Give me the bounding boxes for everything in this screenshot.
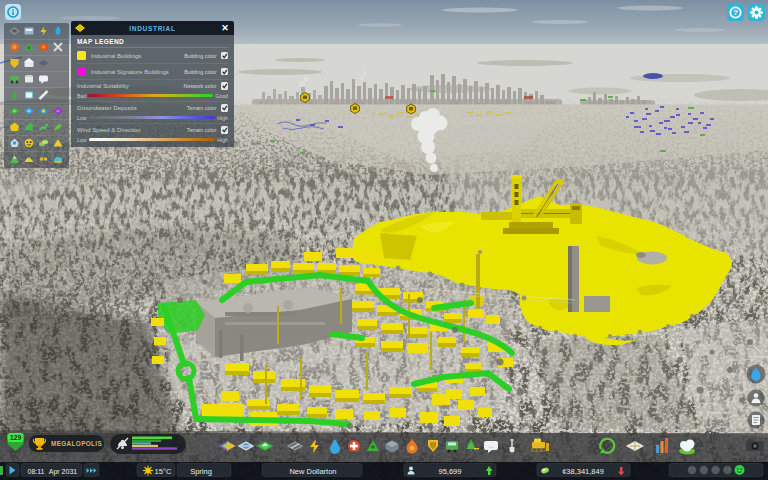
svg-text:95,699: 95,699 <box>439 467 462 476</box>
svg-text:Apr 2031: Apr 2031 <box>49 468 78 476</box>
svg-text:MEGALOPOLIS: MEGALOPOLIS <box>51 440 102 447</box>
svg-text:Spring: Spring <box>190 467 212 476</box>
svg-text:¢38,341,849: ¢38,341,849 <box>562 467 604 476</box>
svg-text:...: ... <box>489 443 493 449</box>
svg-text:New Dollarton: New Dollarton <box>289 467 336 476</box>
svg-text:129: 129 <box>10 434 22 441</box>
svg-text:08:11: 08:11 <box>28 468 45 475</box>
svg-text:15°C: 15°C <box>155 467 172 476</box>
svg-text:?: ? <box>733 8 738 17</box>
